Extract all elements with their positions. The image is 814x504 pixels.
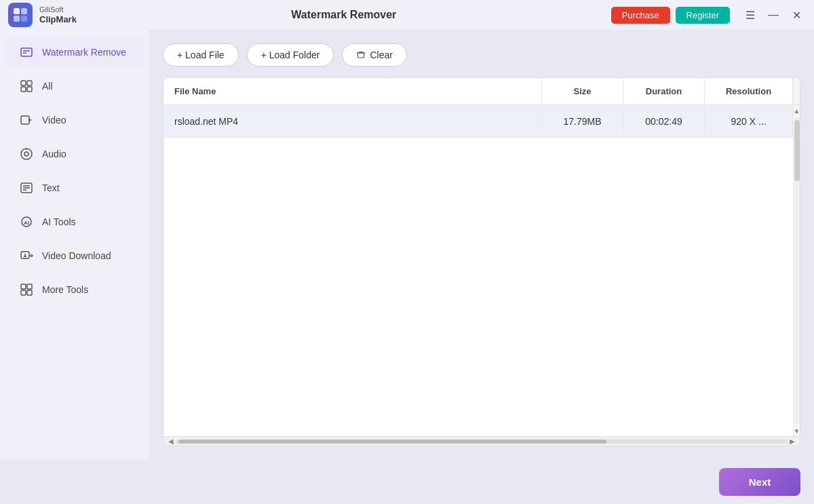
app-logo-icon: [8, 3, 33, 27]
svg-text:AI: AI: [24, 220, 29, 226]
video-icon: [19, 113, 34, 128]
svg-point-14: [24, 152, 28, 156]
svg-rect-8: [27, 81, 32, 85]
close-button[interactable]: ✕: [787, 5, 806, 24]
sidebar-label-more-tools: More Tools: [42, 284, 88, 295]
title-bar-actions: Purchase Register ☰ — ✕: [611, 5, 806, 24]
h-scroll-thumb[interactable]: [178, 440, 606, 444]
sidebar-label-text: Text: [42, 182, 60, 193]
svg-rect-26: [21, 290, 26, 295]
content-area: + Load File + Load Folder Clear File Nam…: [149, 30, 814, 460]
load-file-button[interactable]: + Load File: [163, 43, 239, 66]
next-button[interactable]: Next: [719, 468, 800, 496]
app-title: Watermark Remover: [77, 9, 611, 21]
app-name-bottom: ClipMark: [39, 14, 77, 25]
sidebar-item-ai-tools[interactable]: AI AI Tools: [5, 206, 144, 237]
sidebar-label-video: Video: [42, 115, 66, 125]
all-icon: [19, 79, 34, 94]
svg-rect-1: [21, 8, 27, 14]
minimize-button[interactable]: —: [764, 5, 783, 24]
vertical-scrollbar[interactable]: ▲ ▼: [793, 105, 800, 436]
th-size: Size: [542, 78, 623, 104]
file-table: File Name Size Duration Resolution: [163, 77, 800, 446]
sidebar-item-all[interactable]: All: [5, 71, 144, 102]
title-bar: GiliSoft ClipMark Watermark Remover Purc…: [0, 0, 814, 30]
more-tools-icon: [19, 282, 34, 297]
th-filename: File Name: [163, 78, 542, 104]
app-name-top: GiliSoft: [39, 5, 77, 14]
svg-rect-9: [21, 87, 26, 92]
svg-point-13: [21, 149, 32, 159]
horizontal-scrollbar[interactable]: ◀ ▶: [163, 436, 800, 446]
text-icon: [19, 180, 34, 195]
svg-rect-2: [14, 16, 20, 22]
clear-icon: [356, 50, 366, 60]
sidebar-item-watermark-remove[interactable]: Watermark Remove: [5, 37, 144, 68]
purchase-button[interactable]: Purchase: [611, 7, 670, 24]
v-scroll-track[interactable]: [794, 117, 800, 424]
app-name: GiliSoft ClipMark: [39, 5, 77, 25]
scroll-right-arrow[interactable]: ▶: [788, 437, 797, 446]
th-duration: Duration: [623, 78, 705, 104]
watermark-remove-icon: [19, 45, 34, 60]
v-scroll-thumb[interactable]: [794, 120, 800, 181]
toolbar: + Load File + Load Folder Clear: [163, 43, 800, 66]
sidebar: Watermark Remove All Video: [0, 30, 149, 460]
table-header: File Name Size Duration Resolution: [163, 78, 800, 105]
bottom-bar: Next: [0, 460, 814, 504]
sidebar-item-audio[interactable]: Audio: [5, 138, 144, 170]
sidebar-label-watermark-remove: Watermark Remove: [42, 47, 126, 58]
sidebar-item-video[interactable]: Video: [5, 104, 144, 136]
sidebar-label-audio: Audio: [42, 149, 66, 159]
sidebar-item-more-tools[interactable]: More Tools: [5, 274, 144, 305]
main-layout: Watermark Remove All Video: [0, 30, 814, 460]
load-folder-button[interactable]: + Load Folder: [247, 43, 334, 66]
td-size: 17.79MB: [542, 109, 623, 134]
table-scroll-wrapper: rsload.net MP4 17.79MB 00:02:49 920 X ..…: [163, 105, 800, 436]
table-row[interactable]: rsload.net MP4 17.79MB 00:02:49 920 X ..…: [163, 105, 793, 138]
td-filename: rsload.net MP4: [163, 109, 542, 134]
svg-rect-3: [21, 16, 27, 22]
svg-rect-27: [27, 290, 32, 295]
td-duration: 00:02:49: [623, 109, 705, 134]
svg-rect-4: [21, 48, 32, 56]
sidebar-label-video-download: Video Download: [42, 250, 111, 261]
scroll-down-arrow[interactable]: ▼: [794, 425, 800, 436]
scrollbar-spacer: [793, 78, 800, 104]
h-scroll-track[interactable]: [176, 440, 788, 444]
audio-icon: [19, 147, 34, 161]
scroll-left-arrow[interactable]: ◀: [166, 437, 176, 446]
video-download-icon: [19, 248, 34, 263]
sidebar-item-text[interactable]: Text: [5, 172, 144, 203]
td-resolution: 920 X ...: [705, 109, 793, 134]
svg-rect-25: [27, 284, 32, 289]
svg-rect-7: [21, 81, 26, 85]
table-body: rsload.net MP4 17.79MB 00:02:49 920 X ..…: [163, 105, 793, 436]
app-logo-area: GiliSoft ClipMark: [8, 3, 77, 27]
ai-tools-icon: AI: [19, 214, 34, 229]
svg-rect-10: [27, 87, 32, 92]
sidebar-label-ai-tools: AI Tools: [42, 216, 76, 227]
window-controls: ☰ — ✕: [741, 5, 806, 24]
sidebar-item-video-download[interactable]: Video Download: [5, 240, 144, 271]
svg-rect-24: [21, 284, 26, 289]
register-button[interactable]: Register: [676, 7, 730, 24]
menu-button[interactable]: ☰: [741, 5, 760, 24]
scroll-up-arrow[interactable]: ▲: [794, 105, 800, 116]
svg-rect-0: [14, 8, 20, 14]
sidebar-label-all: All: [42, 81, 53, 92]
clear-button[interactable]: Clear: [342, 43, 406, 66]
svg-rect-11: [21, 116, 29, 124]
svg-marker-12: [29, 119, 32, 121]
th-resolution: Resolution: [705, 78, 793, 104]
